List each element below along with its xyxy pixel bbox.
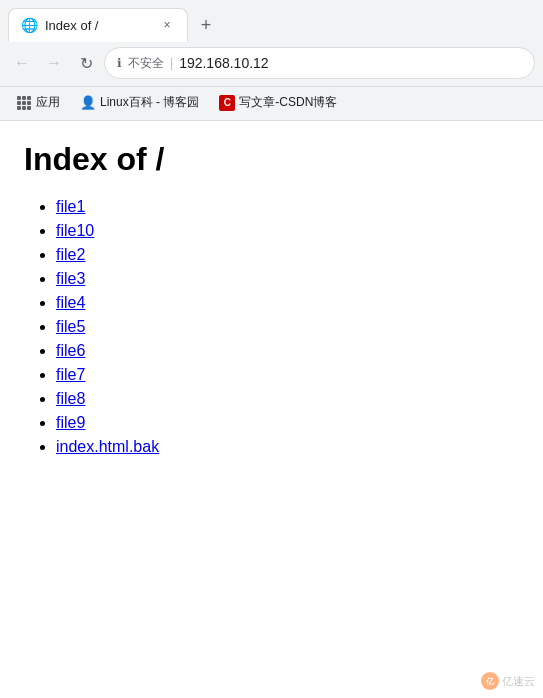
file-list: file1file10file2file3file4file5file6file… bbox=[24, 198, 519, 456]
page-content: Index of / file1file10file2file3file4fil… bbox=[0, 121, 543, 698]
watermark: 亿 亿速云 bbox=[481, 672, 535, 690]
bookmark-linux-label: Linux百科 - 博客园 bbox=[100, 94, 199, 111]
watermark-logo: 亿 bbox=[481, 672, 499, 690]
security-text: 不安全 bbox=[128, 55, 164, 72]
back-button[interactable]: ← bbox=[8, 49, 36, 77]
list-item: file4 bbox=[56, 294, 519, 312]
bookmark-csdn[interactable]: C 写文章-CSDN博客 bbox=[211, 92, 345, 113]
address-bar[interactable]: ℹ 不安全 | 192.168.10.12 bbox=[104, 47, 535, 79]
tab-bar: 🌐 Index of / × + bbox=[0, 0, 543, 42]
address-bar-row: ← → ↻ ℹ 不安全 | 192.168.10.12 bbox=[0, 42, 543, 86]
file-link[interactable]: file4 bbox=[56, 294, 85, 311]
bookmark-linux[interactable]: 👤 Linux百科 - 博客园 bbox=[72, 92, 207, 113]
apps-grid-icon bbox=[16, 95, 32, 111]
list-item: file7 bbox=[56, 366, 519, 384]
file-link[interactable]: file1 bbox=[56, 198, 85, 215]
bookmark-apps[interactable]: 应用 bbox=[8, 92, 68, 113]
url-separator: | bbox=[170, 56, 173, 70]
url-display: 192.168.10.12 bbox=[179, 55, 269, 71]
browser-chrome: 🌐 Index of / × + ← → ↻ ℹ 不安全 | 192.168.1… bbox=[0, 0, 543, 121]
list-item: file8 bbox=[56, 390, 519, 408]
file-link[interactable]: file3 bbox=[56, 270, 85, 287]
reload-button[interactable]: ↻ bbox=[72, 49, 100, 77]
list-item: file3 bbox=[56, 270, 519, 288]
list-item: file9 bbox=[56, 414, 519, 432]
page-title: Index of / bbox=[24, 141, 519, 178]
list-item: file5 bbox=[56, 318, 519, 336]
file-link[interactable]: file2 bbox=[56, 246, 85, 263]
bookmark-apps-label: 应用 bbox=[36, 94, 60, 111]
tab-favicon: 🌐 bbox=[21, 17, 37, 33]
person-icon: 👤 bbox=[80, 95, 96, 111]
watermark-text: 亿速云 bbox=[502, 674, 535, 689]
file-link[interactable]: file5 bbox=[56, 318, 85, 335]
file-link[interactable]: file9 bbox=[56, 414, 85, 431]
new-tab-button[interactable]: + bbox=[192, 11, 220, 39]
csdn-icon: C bbox=[219, 95, 235, 111]
tab-title: Index of / bbox=[45, 18, 151, 33]
file-link[interactable]: index.html.bak bbox=[56, 438, 159, 455]
security-icon: ℹ bbox=[117, 56, 122, 70]
file-link[interactable]: file10 bbox=[56, 222, 94, 239]
bookmark-csdn-label: 写文章-CSDN博客 bbox=[239, 94, 337, 111]
active-tab[interactable]: 🌐 Index of / × bbox=[8, 8, 188, 42]
tab-close-button[interactable]: × bbox=[159, 17, 175, 33]
list-item: file10 bbox=[56, 222, 519, 240]
file-link[interactable]: file8 bbox=[56, 390, 85, 407]
file-link[interactable]: file6 bbox=[56, 342, 85, 359]
list-item: file1 bbox=[56, 198, 519, 216]
list-item: file2 bbox=[56, 246, 519, 264]
list-item: file6 bbox=[56, 342, 519, 360]
file-link[interactable]: file7 bbox=[56, 366, 85, 383]
bookmarks-bar: 应用 👤 Linux百科 - 博客园 C 写文章-CSDN博客 bbox=[0, 86, 543, 120]
forward-button[interactable]: → bbox=[40, 49, 68, 77]
list-item: index.html.bak bbox=[56, 438, 519, 456]
